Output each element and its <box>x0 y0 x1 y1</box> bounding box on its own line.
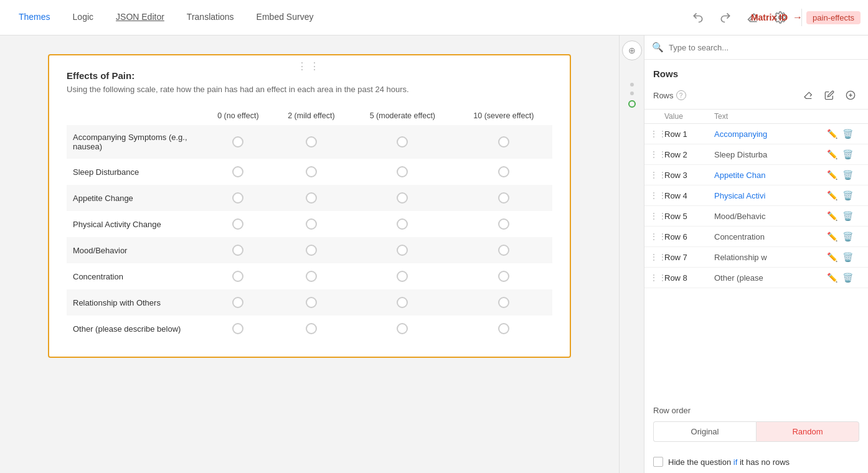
radio-input[interactable] <box>498 323 509 334</box>
radio-cell[interactable] <box>455 263 552 289</box>
radio-input[interactable] <box>306 297 317 308</box>
radio-cell[interactable] <box>204 125 273 159</box>
radio-input[interactable] <box>232 166 243 177</box>
tab-themes[interactable]: Themes <box>7 0 62 35</box>
radio-cell[interactable] <box>273 159 350 185</box>
radio-cell[interactable] <box>350 289 455 316</box>
radio-cell[interactable] <box>204 237 273 263</box>
drag-handle-icon[interactable]: ⋮⋮ <box>649 149 664 159</box>
drag-handle-icon[interactable]: ⋮⋮ <box>649 170 664 180</box>
survey-card[interactable]: ⋮⋮ Effects of Pain: Using the following … <box>48 54 571 358</box>
radio-input[interactable] <box>498 245 509 256</box>
radio-input[interactable] <box>397 323 408 334</box>
radio-cell[interactable] <box>273 237 350 263</box>
delete-row-button[interactable]: 🗑️ <box>841 148 854 161</box>
rows-edit-button[interactable] <box>821 87 838 104</box>
radio-cell[interactable] <box>204 263 273 289</box>
radio-cell[interactable] <box>204 316 273 342</box>
drag-handle-icon[interactable]: ⋮⋮ <box>649 232 664 241</box>
delete-row-button[interactable]: 🗑️ <box>841 169 854 181</box>
search-input[interactable] <box>669 43 861 52</box>
redo-button[interactable] <box>715 7 735 27</box>
radio-input[interactable] <box>498 218 509 230</box>
hide-question-checkbox[interactable] <box>653 457 663 467</box>
radio-cell[interactable] <box>455 211 552 237</box>
radio-input[interactable] <box>498 166 509 177</box>
delete-row-button[interactable]: 🗑️ <box>841 230 854 243</box>
radio-input[interactable] <box>306 245 317 256</box>
drag-handle-icon[interactable]: ⋮⋮ <box>649 190 664 200</box>
radio-input[interactable] <box>306 218 317 230</box>
drag-handle-icon[interactable]: ⋮⋮ <box>649 252 664 262</box>
radio-input[interactable] <box>397 245 408 256</box>
radio-input[interactable] <box>232 192 243 204</box>
radio-cell[interactable] <box>204 185 273 211</box>
radio-cell[interactable] <box>273 289 350 316</box>
order-random-button[interactable]: Random <box>756 421 859 442</box>
drag-handle[interactable]: ⋮⋮ <box>297 60 322 72</box>
radio-cell[interactable] <box>455 185 552 211</box>
radio-cell[interactable] <box>350 316 455 342</box>
delete-row-button[interactable]: 🗑️ <box>841 210 854 222</box>
radio-cell[interactable] <box>350 185 455 211</box>
radio-cell[interactable] <box>204 211 273 237</box>
rows-add-button[interactable] <box>842 87 859 104</box>
radio-input[interactable] <box>306 323 317 334</box>
radio-cell[interactable] <box>350 237 455 263</box>
delete-row-button[interactable]: 🗑️ <box>841 271 854 284</box>
rows-clear-button[interactable] <box>800 87 817 104</box>
radio-input[interactable] <box>232 297 243 308</box>
radio-input[interactable] <box>232 271 243 282</box>
radio-input[interactable] <box>232 323 243 334</box>
radio-input[interactable] <box>232 245 243 256</box>
tab-logic[interactable]: Logic <box>62 0 105 35</box>
delete-row-button[interactable]: 🗑️ <box>841 251 854 263</box>
radio-cell[interactable] <box>455 159 552 185</box>
radio-cell[interactable] <box>273 125 350 159</box>
radio-input[interactable] <box>397 218 408 230</box>
tab-json-editor[interactable]: JSON Editor <box>105 0 176 35</box>
drag-handle-icon[interactable]: ⋮⋮ <box>649 273 664 283</box>
edit-row-button[interactable]: ✏️ <box>826 169 839 181</box>
radio-input[interactable] <box>232 136 243 148</box>
edit-row-button[interactable]: ✏️ <box>826 148 839 161</box>
radio-input[interactable] <box>397 271 408 282</box>
radio-cell[interactable] <box>204 159 273 185</box>
drag-handle-icon[interactable]: ⋮⋮ <box>649 211 664 221</box>
drag-handle-icon[interactable]: ⋮⋮ <box>649 129 664 139</box>
radio-input[interactable] <box>397 192 408 204</box>
radio-cell[interactable] <box>455 289 552 316</box>
radio-input[interactable] <box>498 271 509 282</box>
radio-cell[interactable] <box>350 159 455 185</box>
radio-input[interactable] <box>498 192 509 204</box>
radio-cell[interactable] <box>455 316 552 342</box>
radio-cell[interactable] <box>273 263 350 289</box>
tab-translations[interactable]: Translations <box>176 0 245 35</box>
order-original-button[interactable]: Original <box>653 421 756 442</box>
radio-cell[interactable] <box>455 125 552 159</box>
tab-embed-survey[interactable]: Embed Survey <box>245 0 325 35</box>
target-icon[interactable]: ⊕ <box>622 40 642 60</box>
edit-row-button[interactable]: ✏️ <box>826 189 839 202</box>
radio-input[interactable] <box>397 136 408 148</box>
radio-input[interactable] <box>498 136 509 148</box>
radio-input[interactable] <box>232 218 243 230</box>
radio-cell[interactable] <box>350 211 455 237</box>
radio-cell[interactable] <box>273 185 350 211</box>
edit-row-button[interactable]: ✏️ <box>826 128 839 140</box>
edit-row-button[interactable]: ✏️ <box>826 230 839 243</box>
radio-cell[interactable] <box>273 316 350 342</box>
radio-cell[interactable] <box>350 125 455 159</box>
radio-input[interactable] <box>397 166 408 177</box>
edit-row-button[interactable]: ✏️ <box>826 251 839 263</box>
edit-row-button[interactable]: ✏️ <box>826 271 839 284</box>
radio-cell[interactable] <box>204 289 273 316</box>
undo-button[interactable] <box>688 7 708 27</box>
radio-input[interactable] <box>397 297 408 308</box>
rows-info-icon[interactable]: ? <box>676 90 686 100</box>
radio-input[interactable] <box>306 166 317 177</box>
radio-cell[interactable] <box>455 237 552 263</box>
radio-input[interactable] <box>306 192 317 204</box>
radio-cell[interactable] <box>273 211 350 237</box>
radio-input[interactable] <box>498 297 509 308</box>
